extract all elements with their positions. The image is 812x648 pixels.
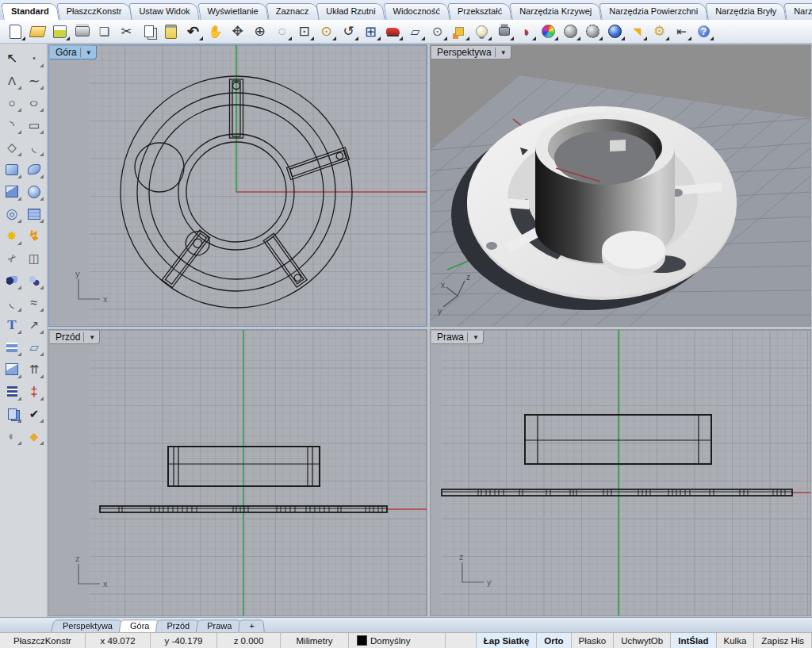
- viewport-menu-arrow-icon[interactable]: ▼: [84, 49, 94, 56]
- print-icon[interactable]: [72, 21, 92, 41]
- viewport-title-front[interactable]: Przód ▼: [50, 331, 100, 344]
- viewport-menu-arrow-icon[interactable]: ▼: [471, 334, 481, 341]
- zoom-in-icon[interactable]: [250, 21, 270, 41]
- copy-objects-icon[interactable]: [2, 403, 23, 424]
- viewport-tab[interactable]: +: [239, 619, 264, 632]
- viewport-tab[interactable]: Prawa: [197, 619, 242, 632]
- help-icon[interactable]: [694, 21, 714, 41]
- viewport-tab[interactable]: Perspektywa: [52, 619, 123, 632]
- viewport-tab[interactable]: Góra: [120, 619, 159, 632]
- camera-car-icon[interactable]: [383, 21, 403, 41]
- options-gears-icon[interactable]: [649, 21, 669, 41]
- status-toggle[interactable]: Płasko: [572, 633, 615, 648]
- menu-tab[interactable]: Narzędzia Krzywej: [511, 3, 600, 20]
- solids-icon[interactable]: [2, 425, 23, 447]
- menu-tab[interactable]: Narzędzia Powierzchni: [600, 3, 707, 20]
- viewport-menu-arrow-icon[interactable]: ▼: [499, 49, 508, 56]
- viewport-front[interactable]: z x Przód ▼: [48, 329, 427, 616]
- viewport-menu-arrow-icon[interactable]: ▼: [87, 334, 97, 341]
- units-pane[interactable]: Milimetry: [281, 633, 349, 648]
- dimension-icon[interactable]: [672, 21, 691, 41]
- check-icon[interactable]: [24, 403, 45, 424]
- viewport-title-right[interactable]: Prawa ▼: [431, 331, 484, 344]
- new-document-icon[interactable]: [6, 21, 25, 41]
- menu-tab[interactable]: Przekształć: [449, 3, 511, 20]
- viewport-right[interactable]: z y Prawa ▼: [430, 329, 811, 616]
- surface-points-icon[interactable]: [2, 159, 23, 180]
- circle-center-icon[interactable]: [427, 21, 447, 41]
- status-toggle[interactable]: Kulka: [717, 633, 755, 648]
- menu-tab[interactable]: Układ Rzutni: [317, 3, 384, 20]
- status-toggle[interactable]: UchwytOb: [614, 633, 671, 648]
- viewport-title-top[interactable]: Góra ▼: [50, 46, 97, 59]
- menu-tab[interactable]: Narzędzia Siatki: [785, 3, 812, 20]
- polyline-icon[interactable]: [2, 70, 23, 91]
- move-copy-icon[interactable]: [450, 21, 469, 41]
- shaded-view-icon[interactable]: [561, 21, 580, 41]
- ellipse-icon[interactable]: [24, 92, 45, 113]
- open-file-icon[interactable]: [28, 21, 48, 41]
- viewport-tab[interactable]: Przód: [156, 619, 200, 632]
- lightning-icon[interactable]: [24, 225, 45, 247]
- viewport-perspective[interactable]: x z y Perspektywa ▼: [430, 44, 811, 327]
- dimension-tool-icon[interactable]: [24, 381, 45, 402]
- render-icon[interactable]: [605, 21, 625, 41]
- visibility-bulb-icon[interactable]: [472, 21, 492, 41]
- status-toggle[interactable]: Zapisz His: [754, 633, 812, 648]
- color-wheel-icon[interactable]: [538, 21, 558, 41]
- extrude-icon[interactable]: [2, 359, 23, 380]
- boolean-union-icon[interactable]: [2, 270, 23, 291]
- box-icon[interactable]: [2, 181, 23, 202]
- curve-boolean-icon[interactable]: [516, 21, 536, 41]
- pan-icon[interactable]: [205, 21, 225, 41]
- viewport-top[interactable]: y x Góra ▼: [48, 44, 427, 327]
- trim-icon[interactable]: [2, 247, 23, 269]
- undo-icon[interactable]: [183, 21, 203, 41]
- scale-icon[interactable]: [24, 314, 45, 336]
- rectangle-icon[interactable]: [24, 114, 45, 136]
- menu-tab[interactable]: Wyświetlanie: [199, 3, 267, 20]
- paste-icon[interactable]: [161, 21, 181, 41]
- viewport-title-perspective[interactable]: Perspektywa ▼: [431, 46, 511, 59]
- array-grid-icon[interactable]: [2, 381, 23, 402]
- export-icon[interactable]: [94, 21, 114, 41]
- select-arrow-icon[interactable]: [2, 48, 23, 69]
- extrude-surface-icon[interactable]: [24, 359, 45, 380]
- fillet-corner-icon[interactable]: [24, 136, 45, 158]
- torus-icon[interactable]: [2, 203, 23, 224]
- lock-icon[interactable]: [494, 21, 514, 41]
- curve-icon[interactable]: [24, 70, 45, 91]
- status-toggle[interactable]: IntŚlad: [671, 633, 716, 648]
- split-icon[interactable]: [24, 247, 45, 269]
- layer-pane[interactable]: Domyślny: [349, 633, 446, 648]
- rotate-view-icon[interactable]: [228, 21, 247, 41]
- boolean-difference-icon[interactable]: [24, 270, 45, 291]
- explode-icon[interactable]: [2, 225, 23, 247]
- mesh-icon[interactable]: [24, 203, 45, 224]
- arc-icon[interactable]: [2, 114, 23, 136]
- menu-tab[interactable]: Widoczność: [385, 3, 449, 20]
- cplane-icon[interactable]: [405, 21, 425, 41]
- save-icon[interactable]: [50, 21, 70, 41]
- menu-tab[interactable]: Zaznacz: [267, 3, 318, 20]
- surface-bend-icon[interactable]: [24, 159, 45, 180]
- point-icon[interactable]: [24, 48, 45, 69]
- sphere-icon[interactable]: [24, 181, 45, 202]
- circle-icon[interactable]: [2, 92, 23, 113]
- status-toggle[interactable]: Orto: [537, 633, 571, 648]
- viewport-layout-icon[interactable]: [361, 21, 381, 41]
- cplane-pane[interactable]: PłaszczKonstr: [0, 633, 86, 648]
- blend-curve-icon[interactable]: [24, 292, 45, 313]
- zoom-selected-icon[interactable]: [316, 21, 336, 41]
- zoom-extents-icon[interactable]: [294, 21, 314, 41]
- orient-icon[interactable]: [24, 336, 45, 358]
- undo-view-icon[interactable]: [339, 21, 358, 41]
- menu-tab[interactable]: Ustaw Widok: [130, 3, 198, 20]
- status-toggle[interactable]: Łap Siatkę: [477, 633, 538, 648]
- cut-icon[interactable]: [117, 21, 136, 41]
- copy-icon[interactable]: [139, 21, 159, 41]
- menu-tab[interactable]: Narzędzia Bryły: [707, 3, 785, 20]
- notification-flag-icon[interactable]: [627, 21, 647, 41]
- rendered-view-icon[interactable]: [583, 21, 603, 41]
- array-icon[interactable]: [2, 336, 23, 358]
